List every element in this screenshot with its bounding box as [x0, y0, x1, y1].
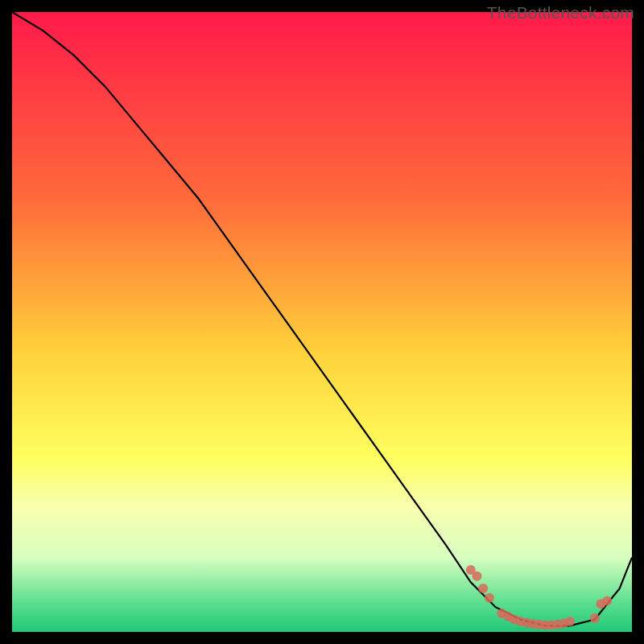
watermark-text: TheBottleneck.com	[487, 3, 634, 23]
chart-background	[12, 12, 632, 632]
chart-marker	[565, 617, 575, 626]
chart-marker	[590, 613, 600, 623]
chart-marker	[478, 584, 488, 593]
chart-plot-area	[12, 12, 632, 632]
chart-marker	[473, 572, 482, 581]
chart-marker	[602, 597, 612, 606]
chart-svg	[12, 12, 632, 632]
chart-marker	[485, 593, 494, 603]
